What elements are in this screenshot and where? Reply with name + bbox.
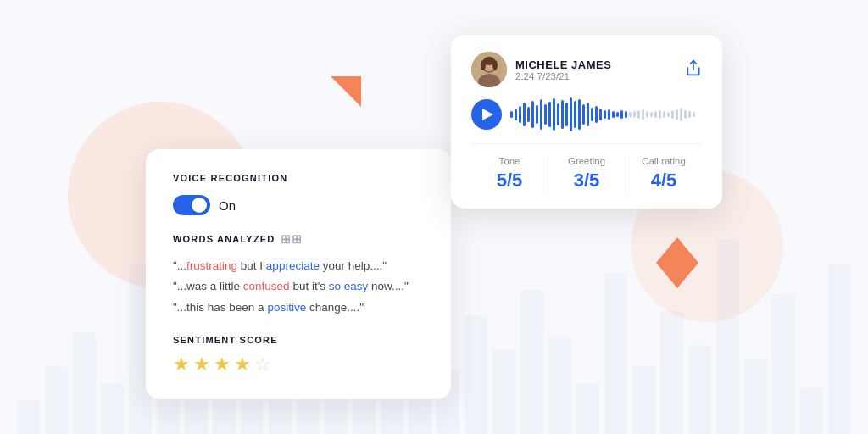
waveform-bar-22 [604, 110, 606, 119]
avatar-image [471, 52, 507, 87]
audio-card-header: MICHELE JAMES 2:24 7/23/21 [471, 52, 702, 87]
waveform-bar-20 [595, 106, 598, 123]
waveform-bar-15 [574, 101, 576, 128]
waveform-bar-27 [625, 111, 627, 118]
waveform-bar-24 [612, 111, 615, 118]
waveform-bar-5 [531, 101, 534, 128]
waveform-bar-41 [684, 110, 687, 119]
cards-wrapper: VOICE RECOGNITION On WORDS ANALYZED ⊞⊞ "… [146, 35, 722, 399]
metric-tone: Tone 5/5 [471, 156, 548, 192]
word-frustrating: frustrating [186, 259, 237, 272]
user-details: MICHELE JAMES 2:24 7/23/21 [515, 58, 611, 81]
metric-callrating-value: 4/5 [626, 170, 702, 192]
metric-callrating: Call rating 4/5 [626, 156, 702, 192]
waveform-bar-23 [608, 109, 610, 120]
voice-recognition-card: VOICE RECOGNITION On WORDS ANALYZED ⊞⊞ "… [146, 149, 451, 399]
metric-callrating-label: Call rating [626, 156, 702, 166]
waveform-bar-28 [629, 112, 632, 117]
phrase-1: "...frustrating but I appreciate your he… [173, 256, 424, 276]
waveform-bar-4 [527, 107, 530, 122]
voice-toggle[interactable] [173, 195, 210, 215]
waveform-bar-18 [587, 103, 589, 126]
words-list: "...frustrating but I appreciate your he… [173, 256, 424, 318]
phrase-3: "...this has been a positive change...." [173, 298, 424, 318]
waveform-bar-29 [633, 111, 636, 118]
word-positive: positive [267, 301, 306, 314]
star-5: ☆ [254, 353, 271, 376]
user-name: MICHELE JAMES [515, 58, 611, 71]
waveform-bar-38 [671, 110, 674, 119]
waveform-bar-35 [659, 110, 661, 119]
phrase-2: "...was a little confused but it's so ea… [173, 276, 424, 297]
waveform-bar-12 [561, 100, 564, 129]
main-container: VOICE RECOGNITION On WORDS ANALYZED ⊞⊞ "… [0, 0, 868, 434]
word-easy: so easy [329, 280, 369, 292]
waveform-bar-34 [654, 111, 657, 118]
svg-point-7 [492, 60, 498, 70]
avatar [471, 52, 507, 87]
metric-greeting-label: Greeting [548, 156, 625, 166]
waveform-bar-42 [688, 111, 691, 118]
waveform-bar-43 [693, 112, 695, 117]
waveform-bar-0 [510, 111, 513, 118]
toggle-row: On [173, 195, 424, 215]
waveform-bar-39 [676, 109, 678, 120]
star-3: ★ [214, 353, 231, 376]
waveform-bar-31 [642, 109, 644, 120]
waveform-bar-19 [591, 108, 593, 121]
words-analyzed-title: WORDS ANALYZED ⊞⊞ [173, 232, 424, 246]
metric-tone-value: 5/5 [471, 170, 548, 192]
words-icon: ⊞⊞ [281, 232, 303, 246]
audio-card: MICHELE JAMES 2:24 7/23/21 [451, 35, 722, 209]
waveform-bar-7 [540, 99, 542, 130]
star-2: ★ [193, 353, 210, 376]
waveform-bar-9 [548, 102, 551, 127]
metric-tone-label: Tone [471, 156, 548, 166]
waveform-bar-26 [620, 110, 623, 119]
metric-greeting: Greeting 3/5 [548, 156, 626, 192]
waveform-bar-30 [637, 110, 640, 119]
waveform-bar-13 [565, 103, 568, 126]
stars-row: ★ ★ ★ ★ ☆ [173, 353, 424, 376]
waveform-bar-8 [544, 104, 547, 125]
waveform-bar-3 [523, 103, 526, 126]
waveform-bar-6 [536, 105, 538, 124]
waveform-bar-2 [519, 106, 521, 123]
waveform-bar-25 [616, 112, 619, 117]
waveform-bar-37 [667, 112, 670, 117]
waveform-bar-14 [570, 97, 572, 131]
metrics-row: Tone 5/5 Greeting 3/5 Call rating 4/5 [471, 143, 702, 192]
waveform-bar-32 [646, 111, 648, 118]
sentiment-title: SENTIMENT SCORE [173, 335, 424, 345]
waveform-bar-36 [663, 111, 665, 118]
play-button[interactable] [471, 99, 502, 130]
waveform-bar-10 [553, 98, 555, 131]
waveform-bar-21 [599, 108, 602, 120]
user-info: MICHELE JAMES 2:24 7/23/21 [471, 52, 611, 87]
star-1: ★ [173, 353, 190, 376]
waveform-row [471, 99, 702, 130]
star-4: ★ [234, 353, 251, 376]
waveform-bar-17 [582, 104, 585, 125]
waveform-bar-1 [515, 108, 517, 120]
metric-greeting-value: 3/5 [548, 170, 625, 192]
waveform[interactable] [510, 99, 702, 130]
voice-recognition-title: VOICE RECOGNITION [173, 173, 424, 183]
waveform-bar-11 [557, 103, 559, 125]
word-confused: confused [243, 280, 290, 292]
waveform-bar-40 [680, 108, 682, 121]
user-meta: 2:24 7/23/21 [515, 71, 611, 81]
toggle-label: On [219, 198, 236, 213]
word-appreciate: appreciate [266, 259, 320, 272]
waveform-bar-16 [578, 99, 581, 130]
svg-point-6 [481, 60, 486, 70]
waveform-bar-33 [650, 112, 653, 117]
share-icon[interactable] [685, 59, 702, 81]
